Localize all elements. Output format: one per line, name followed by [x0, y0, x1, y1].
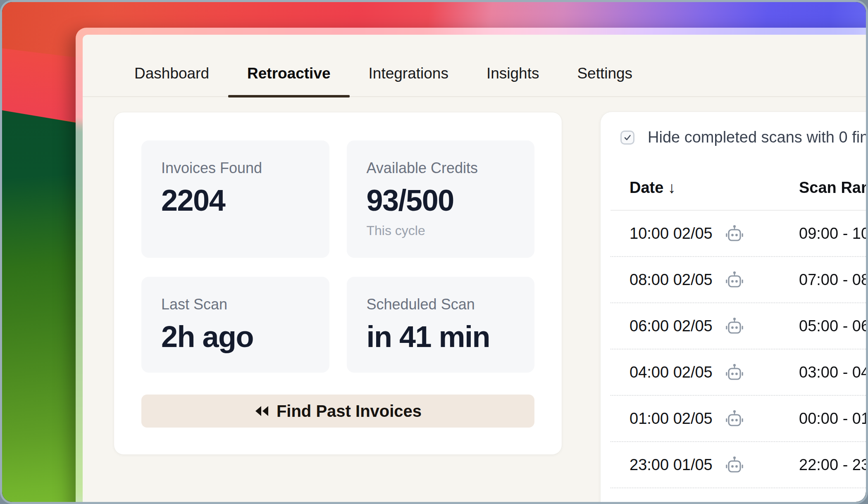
- stat-card-last-scan: Last Scan 2h ago: [141, 277, 329, 373]
- tab-integrations[interactable]: Integrations: [350, 65, 467, 96]
- stat-label: Invoices Found: [161, 159, 310, 177]
- nav-tab-label: Retroactive: [247, 65, 331, 82]
- scan-table-row[interactable]: 23:00 01/05 22:00 - 23:00: [610, 442, 868, 488]
- scan-date-cell: 22:00 01/05: [630, 502, 744, 504]
- scan-date-text: 01:00 02/05: [630, 410, 713, 428]
- scan-table-row[interactable]: 22:00 01/05 21:00 - 22:00: [610, 488, 868, 504]
- scan-date-text: 04:00 02/05: [630, 364, 713, 381]
- hide-completed-checkbox[interactable]: [620, 131, 634, 145]
- tab-retroactive[interactable]: Retroactive: [228, 65, 350, 96]
- stat-card-scheduled-scan: Scheduled Scan in 41 min: [347, 277, 535, 373]
- scan-history-panel: Hide completed scans with 0 findings Dat…: [600, 112, 868, 504]
- scan-table-row[interactable]: 10:00 02/05 09:00 - 10:00: [610, 211, 868, 257]
- stats-grid: Invoices Found 2204 Available Credits 93…: [141, 140, 534, 373]
- stat-value: 2204: [161, 183, 310, 217]
- hide-completed-filter[interactable]: Hide completed scans with 0 findings: [620, 128, 868, 146]
- scan-range-cell: 03:00 - 04:00: [799, 364, 868, 381]
- scan-date-text: 06:00 02/05: [630, 317, 713, 335]
- screenshot-frame: DashboardRetroactiveIntegrationsInsights…: [0, 0, 868, 504]
- robot-icon: [725, 316, 744, 335]
- scan-date-cell: 08:00 02/05: [630, 270, 744, 289]
- column-header-scan-range[interactable]: Scan Range: [799, 179, 868, 197]
- top-nav: DashboardRetroactiveIntegrationsInsights…: [83, 35, 868, 97]
- tab-settings[interactable]: Settings: [558, 65, 651, 96]
- scan-date-cell: 04:00 02/05: [630, 363, 744, 382]
- tab-insights[interactable]: Insights: [467, 65, 558, 96]
- tab-dashboard[interactable]: Dashboard: [115, 65, 228, 96]
- stat-caption: This cycle: [367, 223, 515, 238]
- robot-icon: [725, 270, 744, 289]
- scan-date-cell: 23:00 01/05: [630, 455, 744, 474]
- stat-card-available-credits: Available Credits 93/500 This cycle: [347, 140, 535, 258]
- stat-label: Scheduled Scan: [367, 296, 515, 313]
- stat-label: Available Credits: [367, 159, 515, 177]
- stat-value: 93/500: [367, 183, 515, 217]
- hide-completed-label: Hide completed scans with 0 findings: [648, 128, 868, 146]
- nav-tab-label: Insights: [486, 65, 539, 82]
- scan-table-row[interactable]: 08:00 02/05 07:00 - 08:00: [610, 257, 868, 303]
- scan-table-row[interactable]: 01:00 02/05 00:00 - 01:00: [610, 396, 868, 442]
- scan-date-cell: 01:00 02/05: [630, 409, 744, 428]
- scan-range-cell: 07:00 - 08:00: [799, 271, 868, 289]
- scan-date-text: 08:00 02/05: [630, 271, 713, 289]
- robot-icon: [725, 502, 744, 504]
- robot-icon: [725, 409, 744, 428]
- checkmark-icon: [623, 133, 632, 142]
- scan-date-cell: 10:00 02/05: [630, 224, 744, 243]
- nav-tab-label: Dashboard: [134, 65, 209, 82]
- robot-icon: [725, 455, 744, 474]
- rewind-icon: [254, 406, 269, 416]
- scan-date-text: 22:00 01/05: [630, 502, 713, 504]
- scan-rows: 10:00 02/05 09:00 - 10:00 08:00 02/05: [610, 211, 868, 504]
- robot-icon: [725, 363, 744, 382]
- scan-range-cell: 09:00 - 10:00: [799, 225, 868, 242]
- scan-range-cell: 00:00 - 01:00: [799, 410, 868, 428]
- stat-value: in 41 min: [367, 320, 515, 354]
- sort-desc-icon: ↓: [668, 179, 675, 196]
- window-content: DashboardRetroactiveIntegrationsInsights…: [83, 35, 868, 504]
- scan-range-cell: 22:00 - 23:00: [799, 456, 868, 474]
- stat-card-invoices-found: Invoices Found 2204: [141, 140, 329, 258]
- scan-table-row[interactable]: 04:00 02/05 03:00 - 04:00: [610, 349, 868, 396]
- column-header-date[interactable]: Date↓: [630, 179, 675, 197]
- scan-summary-card: Invoices Found 2204 Available Credits 93…: [114, 112, 562, 455]
- table-header: Date↓ Scan Range: [601, 175, 868, 200]
- find-past-invoices-button[interactable]: Find Past Invoices: [141, 395, 534, 428]
- scan-date-cell: 06:00 02/05: [630, 316, 744, 335]
- scan-date-text: 10:00 02/05: [630, 225, 713, 242]
- scan-range-cell: 21:00 - 22:00: [799, 502, 868, 504]
- scan-date-text: 23:00 01/05: [630, 456, 713, 474]
- nav-tab-label: Integrations: [369, 65, 448, 82]
- nav-tab-label: Settings: [577, 65, 632, 82]
- scan-table-row[interactable]: 06:00 02/05 05:00 - 06:00: [610, 303, 868, 349]
- robot-icon: [725, 224, 744, 243]
- stat-value: 2h ago: [161, 320, 310, 354]
- find-past-invoices-label: Find Past Invoices: [277, 402, 422, 421]
- scan-range-cell: 05:00 - 06:00: [799, 317, 868, 335]
- app-window: DashboardRetroactiveIntegrationsInsights…: [76, 28, 868, 504]
- stat-label: Last Scan: [161, 296, 310, 313]
